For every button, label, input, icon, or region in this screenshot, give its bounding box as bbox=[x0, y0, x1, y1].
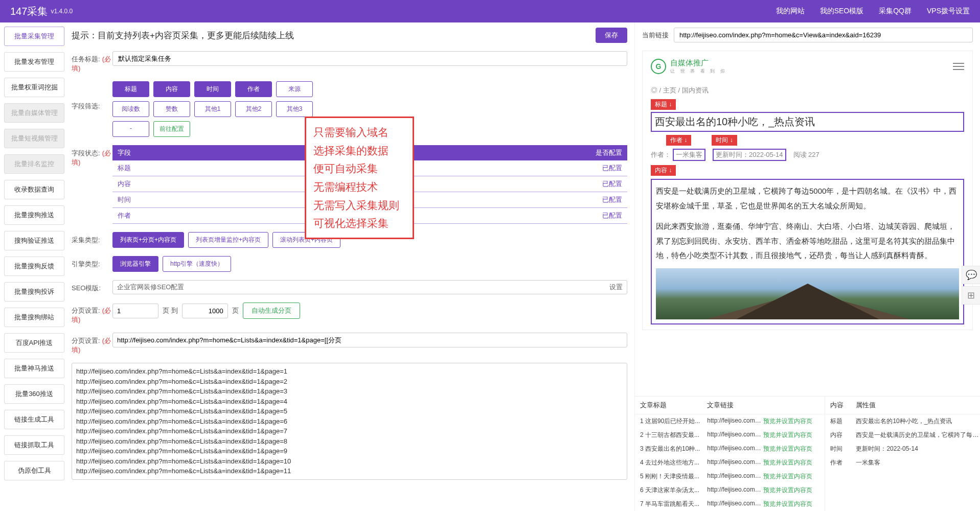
table-row: 作者一米集客 bbox=[825, 456, 980, 470]
logo-icon: G bbox=[651, 59, 666, 74]
table-row[interactable]: 7 半马车雷跳船看天...http://feijiseo.com/in...预览… bbox=[635, 497, 825, 511]
sidebar-item[interactable]: 百度API推送 bbox=[4, 333, 64, 353]
sidebar-item[interactable]: 链接抓取工具 bbox=[4, 435, 64, 455]
nav-item[interactable]: 我的SEO模版 bbox=[820, 7, 864, 16]
field-chip[interactable]: http引擎（速度快） bbox=[163, 256, 231, 272]
sidebar-item[interactable]: 伪原创工具 bbox=[4, 461, 64, 480]
sidebar-item[interactable]: 批量短视频管理 bbox=[4, 129, 64, 148]
table-row: 时间更新时间：2022-05-14 bbox=[825, 442, 980, 456]
center-panel: 提示：目前支持列表+内容页采集，更多更能后续陆续上线 保存 任务标题:(必填) … bbox=[69, 22, 635, 511]
page-tip: 提示：目前支持列表+内容页采集，更多更能后续陆续上线 bbox=[72, 30, 294, 41]
auto-gen-paging-button[interactable]: 自动生成分页 bbox=[243, 303, 300, 319]
sidebar-item[interactable]: 收录数据查询 bbox=[4, 180, 64, 199]
table-row[interactable]: 5 刚刚！天津疫情最...http://feijiseo.com/in...预览… bbox=[635, 470, 825, 483]
field-chip[interactable]: 列表页+分页+内容页 bbox=[112, 232, 184, 248]
topbar: 147采集 v1.4.0.0 我的网站我的SEO模版采集QQ群VPS拨号设置 bbox=[0, 0, 980, 22]
nav-item[interactable]: VPS拨号设置 bbox=[927, 7, 970, 16]
preview-link[interactable]: 预览并设置内容页 bbox=[763, 445, 819, 453]
field-filter-label: 字段筛选: bbox=[72, 81, 112, 111]
preview-link[interactable]: 预览并设置内容页 bbox=[763, 458, 819, 467]
nav-item[interactable]: 我的网站 bbox=[776, 7, 805, 16]
field-chip[interactable]: 前往配置 bbox=[153, 121, 190, 137]
seo-template-label: SEO模版: bbox=[72, 280, 112, 293]
current-link-label: 当前链接 bbox=[642, 31, 669, 40]
seo-config-link[interactable]: 设置 bbox=[609, 283, 623, 292]
hamburger-icon[interactable] bbox=[953, 61, 964, 72]
qr-icon[interactable]: ⊞ bbox=[962, 286, 980, 305]
sidebar-item[interactable]: 批量采集管理 bbox=[4, 27, 64, 46]
property-table: 内容属性值 标题西安最出名的10种小吃，_热点资讯内容西安是一处载满历史的卫星城… bbox=[825, 397, 980, 511]
preview-title-box[interactable]: 西安最出名的10种小吃，_热点资讯 bbox=[651, 112, 964, 132]
sidebar-item[interactable]: 链接生成工具 bbox=[4, 410, 64, 429]
current-link-input[interactable] bbox=[674, 28, 973, 42]
sidebar-item[interactable]: 批量发布管理 bbox=[4, 52, 64, 72]
sidebar-item[interactable]: 批量搜狗反馈 bbox=[4, 257, 64, 276]
breadcrumb[interactable]: ◎ / 主页 / 国内资讯 bbox=[643, 82, 972, 99]
author-highlight[interactable]: 一米集客 bbox=[673, 149, 705, 161]
sidebar-item[interactable]: 批量360推送 bbox=[4, 384, 64, 404]
sidebar-item[interactable]: 批量自媒体管理 bbox=[4, 103, 64, 123]
field-chip[interactable]: 内容 bbox=[153, 81, 190, 97]
field-chip[interactable]: 列表页增量监控+内容页 bbox=[188, 232, 268, 248]
preview-content-box[interactable]: 西安是一处载满历史的卫星城，它横跨了每边5000年，是十四朝名城。在《汉书》中，… bbox=[651, 179, 964, 324]
collect-type-label: 采集类型: bbox=[72, 232, 112, 245]
field-chip[interactable]: 来源 bbox=[276, 81, 313, 97]
field-chip[interactable]: 标题 bbox=[112, 81, 149, 97]
nav-item[interactable]: 采集QQ群 bbox=[879, 7, 911, 16]
task-title-input[interactable] bbox=[112, 51, 627, 66]
field-chip[interactable]: 赞数 bbox=[153, 101, 190, 117]
table-row[interactable]: 6 天津这家羊杂汤太...http://feijiseo.com/in...预览… bbox=[635, 483, 825, 497]
preview-link[interactable]: 预览并设置内容页 bbox=[763, 486, 819, 495]
preview-pane[interactable]: G 自媒体推广 让 世 界 看 到 你 ◎ / 主页 / 国内资讯 标题 ↓ 西… bbox=[635, 48, 980, 396]
content-badge[interactable]: 内容 ↓ bbox=[651, 165, 676, 176]
table-row[interactable]: 3 西安最出名的10种...http://feijiseo.com/in...预… bbox=[635, 442, 825, 456]
field-chip[interactable]: 作者 bbox=[235, 81, 272, 97]
sidebar-item[interactable]: 批量排名监控 bbox=[4, 154, 64, 174]
field-chip[interactable]: 其他2 bbox=[235, 101, 272, 117]
engine-type-label: 引擎类型: bbox=[72, 256, 112, 269]
table-row[interactable]: 2 十三朝古都西安最...http://feijiseo.com/in...预览… bbox=[635, 428, 825, 442]
field-chip[interactable]: 浏览器引擎 bbox=[112, 256, 158, 272]
table-row: 标题西安最出名的10种小吃，_热点资讯 bbox=[825, 414, 980, 428]
brand: 147采集 bbox=[10, 5, 48, 18]
sidebar-item[interactable]: 搜狗验证推送 bbox=[4, 231, 64, 250]
page-to-input[interactable] bbox=[182, 304, 228, 318]
title-badge[interactable]: 标题 ↓ bbox=[651, 99, 676, 110]
sidebar-item[interactable]: 批量权重词挖掘 bbox=[4, 78, 64, 97]
field-chip[interactable]: 时间 bbox=[194, 81, 231, 97]
paging-label: 分页设置:(必填) bbox=[72, 303, 112, 324]
preview-link[interactable]: 预览并设置内容页 bbox=[763, 472, 819, 481]
preview-image bbox=[656, 268, 959, 319]
preview-meta: 作者： 一米集客 更新时间：2022-05-14 阅读 227 bbox=[643, 147, 972, 163]
preview-logo: G 自媒体推广 让 世 界 看 到 你 bbox=[651, 58, 727, 75]
field-chip[interactable]: 其他1 bbox=[194, 101, 231, 117]
time-highlight[interactable]: 更新时间：2022-05-14 bbox=[713, 149, 786, 161]
field-chip[interactable]: 阅读数 bbox=[112, 101, 149, 117]
sidebar-item[interactable]: 批量搜狗推送 bbox=[4, 205, 64, 225]
task-title-label: 任务标题:(必填) bbox=[72, 51, 112, 73]
red-callout: 只需要输入域名选择采集的数据便可自动采集无需编程技术无需写入采集规则可视化选择采… bbox=[305, 117, 414, 239]
field-chip[interactable]: 其他3 bbox=[276, 101, 313, 117]
table-row[interactable]: 1 这届90后已经开始...http://feijiseo.com/in...预… bbox=[635, 414, 825, 428]
preview-link[interactable]: 预览并设置内容页 bbox=[763, 431, 819, 439]
save-button[interactable]: 保存 bbox=[596, 28, 627, 43]
sidebar-item[interactable]: 批量搜狗投诉 bbox=[4, 282, 64, 301]
paging-url-input[interactable] bbox=[112, 333, 627, 347]
preview-link[interactable]: 预览并设置内容页 bbox=[763, 417, 819, 426]
paging-url-label: 分页设置:(必填) bbox=[72, 333, 112, 355]
table-row: 内容西安是一处载满历史的卫星城，它横跨了每边5000年，是十四朝名... bbox=[825, 428, 980, 442]
author-badge[interactable]: 作者 ↓ bbox=[666, 135, 691, 146]
page-from-input[interactable] bbox=[112, 304, 158, 318]
article-table: 文章标题文章链接 1 这届90后已经开始...http://feijiseo.c… bbox=[635, 397, 825, 511]
field-status-label: 字段状态:(必填) bbox=[72, 145, 112, 167]
time-badge[interactable]: 时间 ↓ bbox=[712, 135, 737, 146]
field-chip[interactable]: - bbox=[112, 121, 149, 137]
preview-link[interactable]: 预览并设置内容页 bbox=[763, 500, 819, 508]
sidebar-item[interactable]: 批量搜狗绑站 bbox=[4, 308, 64, 327]
seo-template-box[interactable]: 企业官网装修SEO配置 设置 bbox=[112, 280, 627, 294]
sidebar-item[interactable]: 批量神马推送 bbox=[4, 359, 64, 378]
url-list[interactable]: http://feijiseo.com/index.php?m=home&c=L… bbox=[72, 363, 627, 480]
sidebar: 批量采集管理批量发布管理批量权重词挖掘批量自媒体管理批量短视频管理批量排名监控收… bbox=[0, 22, 69, 511]
chat-icon[interactable]: 💬 bbox=[962, 266, 980, 284]
table-row[interactable]: 4 去过外地这些地方...http://feijiseo.com/in...预览… bbox=[635, 456, 825, 470]
